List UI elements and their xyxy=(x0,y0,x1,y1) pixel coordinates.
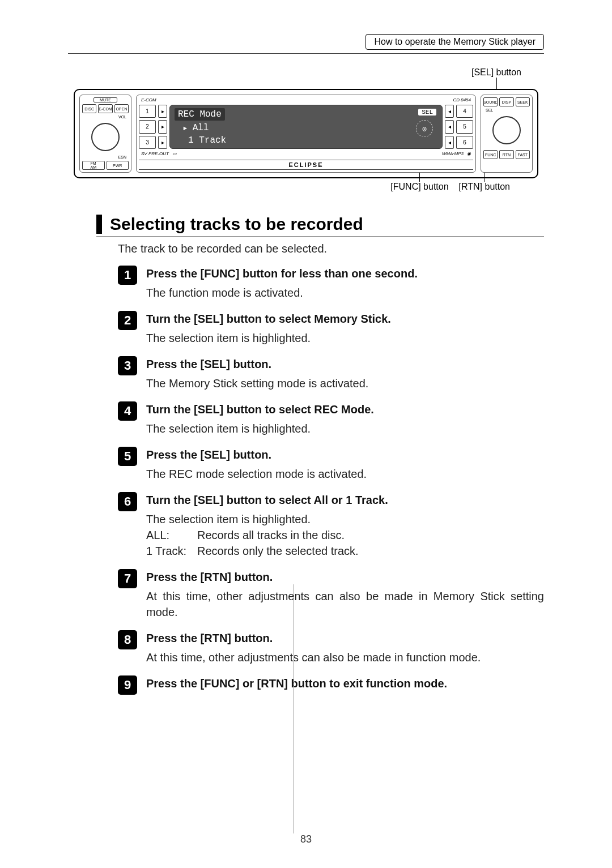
seek-button: SEEK xyxy=(516,97,530,106)
callout-top-row: [SEL] button xyxy=(68,67,544,78)
pwr-button: PWR xyxy=(107,161,129,170)
step-body: Turn the [SEL] button to select REC Mode… xyxy=(146,401,544,437)
step-description: The selection item is highlighted. xyxy=(146,511,544,527)
preset-1: 1 xyxy=(139,105,156,118)
option-key: ALL: xyxy=(146,527,197,543)
func-button: FUNC xyxy=(483,150,498,159)
display-sel-badge: SEL xyxy=(418,109,436,116)
step-number: 8 xyxy=(118,630,137,649)
open-button: OPEN xyxy=(114,104,129,113)
step-8: 8Press the [RTN] button.At this time, ot… xyxy=(118,630,544,665)
heading-bar-icon xyxy=(96,215,102,234)
step-description: The REC mode selection mode is activated… xyxy=(146,466,544,482)
prev-icon: ◂ xyxy=(445,105,454,118)
step-title: Turn the [SEL] button to select All or 1… xyxy=(146,492,544,508)
volume-knob xyxy=(91,123,120,151)
step-number: 2 xyxy=(118,311,137,330)
stereo-right-panel: SOUND DISP SEEK SEL FUNC RTN FAST xyxy=(481,95,533,173)
header-divider xyxy=(68,53,544,54)
step-7: 7Press the [RTN] button.At this time, ot… xyxy=(118,569,544,620)
step-title: Press the [SEL] button. xyxy=(146,447,544,463)
step-option: 1 Track:Records only the selected track. xyxy=(146,543,544,559)
step-description: The function mode is activated. xyxy=(146,285,544,301)
step-body: Press the [SEL] button.The REC mode sele… xyxy=(146,447,544,482)
preset-left-column: 1 2 3 xyxy=(139,105,156,149)
step-9: 9Press the [FUNC] or [RTN] button to exi… xyxy=(118,675,544,695)
step-1: 1Press the [FUNC] button for less than o… xyxy=(118,266,544,301)
step-title: Turn the [SEL] button to select REC Mode… xyxy=(146,401,544,417)
ecom-brand-label: E-COM xyxy=(141,97,156,102)
callout-func-label: [FUNC] button xyxy=(390,182,448,191)
step-body: Turn the [SEL] button to select Memory S… xyxy=(146,311,544,346)
prev-icon: ◂ xyxy=(445,120,454,133)
callout-bottom-row: [FUNC] button [RTN] button xyxy=(68,182,544,192)
display-line3: 1 Track xyxy=(188,135,226,146)
step-title: Press the [RTN] button. xyxy=(146,630,544,646)
cd-icon: ◉ xyxy=(467,151,471,156)
esn-label: ESN xyxy=(82,155,129,159)
step-title: Press the [RTN] button. xyxy=(146,569,544,585)
callout-leader-line xyxy=(484,173,485,182)
sound-button: SOUND xyxy=(483,97,498,106)
step-description: At this time, other adjustments can also… xyxy=(146,588,544,620)
section: Selecting tracks to be recorded The trac… xyxy=(96,215,544,695)
step-option: ALL:Records all tracks in the disc. xyxy=(146,527,544,543)
step-description: The selection item is highlighted. xyxy=(146,421,544,437)
skip-left-column: ▸ ▸ ▸ xyxy=(158,105,167,149)
stereo-display: SEL REC Mode ▸All 1 Track ◎ xyxy=(169,105,443,149)
step-number: 9 xyxy=(118,675,137,695)
step-body: Press the [FUNC] or [RTN] button to exit… xyxy=(146,675,544,695)
step-number: 5 xyxy=(118,447,137,466)
step-5: 5Press the [SEL] button.The REC mode sel… xyxy=(118,447,544,482)
preset-2: 2 xyxy=(139,120,156,133)
display-line2: All xyxy=(193,123,209,133)
option-key: 1 Track: xyxy=(146,543,197,559)
ms-icon: ▭ xyxy=(172,151,177,156)
brand-label: ECLIPSE xyxy=(139,160,473,170)
disp-button: DISP xyxy=(499,97,513,106)
play-icon: ▸ xyxy=(158,120,167,133)
fast-button: FAST xyxy=(516,150,530,159)
step-body: Press the [SEL] button.The Memory Stick … xyxy=(146,356,544,391)
callout-func: [FUNC] button xyxy=(390,182,448,192)
play-icon: ▸ xyxy=(158,136,167,149)
model-label: CD 8454 xyxy=(453,97,471,102)
steps-list: 1Press the [FUNC] button for less than o… xyxy=(118,266,544,695)
mute-button: MUTE xyxy=(94,97,117,102)
page-header: How to operate the Memory Stick player xyxy=(68,34,544,50)
disc-icon: ◎ xyxy=(416,120,433,137)
preset-3: 3 xyxy=(139,136,156,149)
wma-mp3-label: WMA·MP3 xyxy=(442,151,464,156)
preset-right-column: 4 5 6 xyxy=(456,105,473,149)
step-number: 3 xyxy=(118,356,137,375)
callout-rtn: [RTN] button xyxy=(459,182,510,192)
page-number: 83 xyxy=(300,833,312,845)
vol-label: VOL xyxy=(82,115,129,119)
step-number: 4 xyxy=(118,401,137,421)
callout-sel-label: [SEL] button xyxy=(471,67,521,77)
step-body: Press the [RTN] button.At this time, oth… xyxy=(146,630,544,665)
step-title: Press the [FUNC] button for less than on… xyxy=(146,266,544,281)
step-description: The selection item is highlighted. xyxy=(146,330,544,346)
section-intro: The track to be recorded can be selected… xyxy=(118,242,544,255)
step-3: 3Press the [SEL] button.The Memory Stick… xyxy=(118,356,544,391)
ecom-button: E-COM xyxy=(98,104,112,113)
step-body: Press the [FUNC] button for less than on… xyxy=(146,266,544,301)
step-number: 1 xyxy=(118,266,137,285)
step-2: 2Turn the [SEL] button to select Memory … xyxy=(118,311,544,346)
step-title: Turn the [SEL] button to select Memory S… xyxy=(146,311,544,327)
step-body: Turn the [SEL] button to select All or 1… xyxy=(146,492,544,559)
callout-leader-line xyxy=(496,78,497,89)
manual-page: How to operate the Memory Stick player [… xyxy=(0,0,612,868)
step-6: 6Turn the [SEL] button to select All or … xyxy=(118,492,544,559)
preset-6: 6 xyxy=(456,136,473,149)
step-description: At this time, other adjustments can also… xyxy=(146,649,544,665)
stereo-left-panel: MUTE DISC E-COM OPEN VOL ESN FM AM PWR xyxy=(79,95,131,173)
fm-am-button: FM AM xyxy=(82,161,105,170)
stereo-center-panel: E-COM CD 8454 1 2 3 ▸ ▸ ▸ xyxy=(136,95,476,173)
section-heading-row: Selecting tracks to be recorded xyxy=(96,215,544,237)
sv-preout-label: SV PRE-OUT xyxy=(141,151,169,156)
stereo-diagram: MUTE DISC E-COM OPEN VOL ESN FM AM PWR xyxy=(74,89,538,178)
option-value: Records all tracks in the disc. xyxy=(197,527,345,543)
callout-sel: [SEL] button xyxy=(471,67,521,78)
